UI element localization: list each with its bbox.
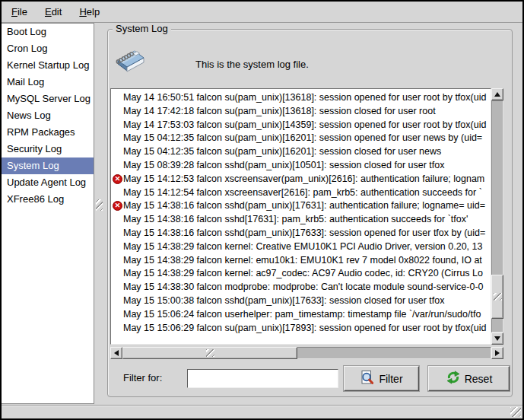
log-line: May 15 15:06:29 falcon su(pam_unix)[1789… <box>113 322 489 336</box>
thumb-grip-icon <box>494 293 502 301</box>
log-line: May 15 14:38:29 falcon kernel: ac97_code… <box>113 267 489 281</box>
scroll-up-button[interactable] <box>491 88 503 100</box>
log-text: May 15 14:12:54 falcon xscreensaver[2616… <box>123 186 482 200</box>
status-bar <box>2 405 522 418</box>
sidebar-item-mysql-server-log[interactable]: MySQL Server Log <box>2 91 94 107</box>
log-text: May 15 14:38:29 falcon kernel: emu10k1: … <box>123 254 482 268</box>
log-line-gutter <box>113 294 123 308</box>
menu-edit[interactable]: Edit <box>43 5 64 19</box>
log-line-gutter <box>113 281 123 294</box>
arrow-down-icon <box>494 336 500 341</box>
reset-button[interactable]: Reset <box>428 366 510 391</box>
log-line: May 15 14:38:30 falcon modprobe: modprob… <box>113 281 489 294</box>
menu-bar: FileEditHelp <box>2 2 522 23</box>
vscroll-thumb[interactable] <box>491 275 503 319</box>
filter-button-label: Filter <box>379 373 402 385</box>
scroll-left-button[interactable] <box>110 347 122 359</box>
filter-button[interactable]: Filter <box>344 366 419 391</box>
log-text: May 15 14:12:53 falcon xscreensaver(pam_… <box>123 173 484 186</box>
log-line: May 15 14:38:16 falcon sshd[17631]: pam_… <box>113 213 489 227</box>
reset-button-label: Reset <box>465 373 493 385</box>
arrow-right-icon <box>495 350 500 356</box>
menu-help[interactable]: Help <box>77 5 102 19</box>
log-line-gutter: ✕ <box>113 199 123 213</box>
arrow-left-icon <box>114 350 119 356</box>
magnifier-document-icon <box>360 370 375 387</box>
log-line: May 15 15:00:38 falcon sshd(pam_unix)[17… <box>113 294 489 308</box>
sidebar-item-security-log[interactable]: Security Log <box>2 141 94 158</box>
hscroll-thumb[interactable] <box>122 347 297 359</box>
arrow-up-icon <box>494 92 500 97</box>
log-line: ✕May 15 14:12:53 falcon xscreensaver(pam… <box>113 173 489 186</box>
log-line-gutter <box>113 186 123 200</box>
log-line: ✕May 15 14:38:16 falcon sshd(pam_unix)[1… <box>113 199 489 213</box>
sidebar-item-xfree86-log[interactable]: XFree86 Log <box>2 191 94 208</box>
log-line: May 15 14:38:29 falcon kernel: Creative … <box>113 240 489 254</box>
log-line-gutter <box>113 322 123 336</box>
log-line: May 15 04:12:35 falcon su(pam_unix)[1620… <box>113 132 489 145</box>
log-line-gutter <box>113 267 123 281</box>
sidebar-item-news-log[interactable]: News Log <box>2 107 94 124</box>
log-line-gutter <box>113 240 123 254</box>
scroll-right-button[interactable] <box>491 347 503 359</box>
menu-file[interactable]: File <box>9 5 30 19</box>
log-line-gutter <box>113 145 123 159</box>
refresh-arrows-icon <box>446 370 461 387</box>
sidebar-item-kernel-startup-log[interactable]: Kernel Startup Log <box>2 57 94 74</box>
thumb-grip-icon <box>206 349 214 357</box>
log-description: This is the system log file. <box>195 59 309 70</box>
log-line-gutter <box>113 308 123 322</box>
scroll-down-button[interactable] <box>491 332 503 345</box>
log-line: May 14 17:42:18 falcon su(pam_unix)[1361… <box>113 105 489 119</box>
log-line: May 15 14:38:29 falcon kernel: emu10k1: … <box>113 254 489 268</box>
log-text: May 15 15:06:29 falcon su(pam_unix)[1789… <box>123 322 486 336</box>
vertical-scrollbar[interactable] <box>491 88 503 345</box>
error-icon: ✕ <box>113 201 122 211</box>
filter-input[interactable] <box>187 369 338 388</box>
log-text: May 15 14:38:16 falcon sshd[17631]: pam_… <box>123 213 468 227</box>
sidebar-item-mail-log[interactable]: Mail Log <box>2 74 94 91</box>
sidebar-item-rpm-packages[interactable]: RPM Packages <box>2 124 94 141</box>
log-line-gutter <box>113 227 123 240</box>
log-line-gutter <box>113 159 123 173</box>
log-text: May 14 17:42:18 falcon su(pam_unix)[1361… <box>123 105 436 119</box>
log-text: May 15 14:38:16 falcon sshd(pam_unix)[17… <box>123 227 485 240</box>
sidebar-item-system-log[interactable]: System Log <box>2 158 94 174</box>
log-line: May 14 17:53:03 falcon su(pam_unix)[1435… <box>113 119 489 132</box>
log-text: May 14 17:53:03 falcon su(pam_unix)[1435… <box>123 119 486 132</box>
log-text: May 15 14:38:30 falcon modprobe: modprob… <box>123 281 484 294</box>
log-line: May 15 15:06:24 falcon userhelper: pam_t… <box>113 308 489 322</box>
log-line-gutter <box>113 254 123 268</box>
log-line: May 15 08:39:28 falcon sshd(pam_unix)[10… <box>113 159 489 173</box>
log-line: May 15 14:12:54 falcon xscreensaver[2616… <box>113 186 489 200</box>
filter-label: Filter for: <box>123 372 162 383</box>
log-text: May 15 08:39:28 falcon sshd(pam_unix)[10… <box>123 159 444 173</box>
log-text: May 15 04:12:35 falcon su(pam_unix)[1620… <box>123 132 482 145</box>
frame-title: System Log <box>113 23 171 34</box>
log-text: May 15 04:12:35 falcon su(pam_unix)[1620… <box>123 145 441 159</box>
log-text: May 15 14:38:29 falcon kernel: ac97_code… <box>123 267 483 281</box>
log-line: May 15 14:38:16 falcon sshd(pam_unix)[17… <box>113 227 489 240</box>
log-text: May 15 14:38:16 falcon sshd(pam_unix)[17… <box>123 199 485 213</box>
pane-splitter[interactable] <box>94 23 104 404</box>
error-icon: ✕ <box>113 174 122 184</box>
log-line-gutter <box>113 213 123 227</box>
app-window: FileEditHelp Boot LogCron LogKernel Star… <box>0 0 524 420</box>
sidebar-item-cron-log[interactable]: Cron Log <box>2 40 94 57</box>
log-line-gutter <box>113 91 123 105</box>
log-line-gutter: ✕ <box>113 173 123 186</box>
sidebar-item-update-agent-log[interactable]: Update Agent Log <box>2 174 94 191</box>
horizontal-scrollbar[interactable] <box>110 347 503 359</box>
log-text: May 14 16:50:51 falcon su(pam_unix)[1361… <box>123 91 486 105</box>
log-line-gutter <box>113 132 123 145</box>
log-view[interactable]: May 14 16:50:51 falcon su(pam_unix)[1361… <box>110 88 491 345</box>
log-line: May 14 16:50:51 falcon su(pam_unix)[1361… <box>113 91 489 105</box>
window-resize-grip[interactable] <box>510 407 521 417</box>
main-panel: System Log This is the system log file. <box>104 23 522 405</box>
log-line: May 15 04:12:35 falcon su(pam_unix)[1620… <box>113 145 489 159</box>
log-text: May 15 14:38:29 falcon kernel: Creative … <box>123 240 482 254</box>
sidebar-item-boot-log[interactable]: Boot Log <box>2 24 94 40</box>
log-text: May 15 15:06:24 falcon userhelper: pam_t… <box>123 308 481 322</box>
splitter-grip-icon[interactable] <box>96 199 103 211</box>
log-type-list: Boot LogCron LogKernel Startup LogMail L… <box>2 23 94 404</box>
